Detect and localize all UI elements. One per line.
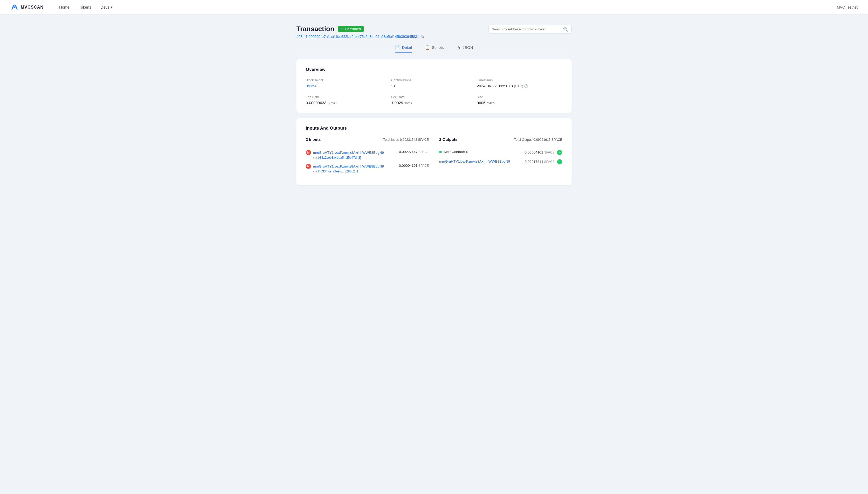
confirmations-value: 21 — [391, 83, 477, 88]
block-height-item: BlockHeight 95154 — [306, 78, 391, 88]
brand-name: MVCSCAN — [21, 5, 44, 10]
block-height-value[interactable]: 95154 — [306, 83, 391, 88]
confirmations-item: Confirmations 21 — [391, 78, 477, 88]
confirmed-badge: ✓ Confirmed — [338, 26, 364, 32]
page-title: Transaction — [296, 25, 334, 33]
search-icon: 🔍 — [563, 27, 568, 32]
copy-icon[interactable]: ⧉ — [421, 35, 423, 39]
outputs-column: 2 Outputs Total Output: 0.09221915 SPACE… — [439, 137, 562, 177]
network-label: MVC Testnet — [837, 5, 857, 10]
timestamp-item: Timestamp 2024-06-22 09:51:18 (UTC) 🕐 — [477, 78, 562, 88]
inputs-column: 2 Inputs Total Input: 0.09231548 SPACE M… — [306, 137, 429, 177]
meta-dot-icon — [439, 151, 442, 153]
scripts-icon: 📋 — [425, 45, 430, 50]
input-address-link-0[interactable]: mmGruHTY1ivexPzmvjz8AxrhhWWE8BbgN9 — [313, 151, 384, 154]
fee-paid-label: Fee Paid — [306, 95, 391, 99]
clock-icon: 🕐 — [524, 84, 528, 88]
input-item-0: M mmGruHTY1ivexPzmvjz8AxrhhWWE8BbgN9 via… — [306, 150, 429, 159]
overview-card: Overview BlockHeight 95154 Confirmations… — [296, 59, 572, 113]
input-icon-0: M — [306, 150, 311, 155]
fee-paid-item: Fee Paid 0.00009633 SPACE — [306, 95, 391, 105]
output-meta-section-0: MetaContract-NFT — [439, 150, 473, 154]
io-title: Inputs And Outputs — [306, 126, 562, 131]
output-arrow-icon-0: → — [557, 150, 562, 155]
nav-links: Home Tokens Devs ▾ — [59, 5, 837, 10]
overview-title: Overview — [306, 67, 562, 72]
json-icon: 🖨 — [457, 45, 461, 50]
brand-logo[interactable]: MVCSCAN — [11, 3, 44, 12]
size-item: Size 9605 bytes — [477, 95, 562, 105]
output-address-link-1[interactable]: mmGruHTY1ivexPzmvjz8AxrhhWWE8BbgN9 — [439, 159, 510, 164]
input-item-1: M mmGruHTY1ivexPzmvjz8AxrhhWWE8BbgN9 via… — [306, 164, 429, 173]
input-address-row-1: M mmGruHTY1ivexPzmvjz8AxrhhWWE8BbgN9 — [306, 164, 384, 169]
input-amount-1: 0.00004101 SPACE — [399, 164, 429, 168]
navbar: MVCSCAN Home Tokens Devs ▾ MVC Testnet — [0, 0, 868, 15]
input-via-link-0[interactable]: b8312ceb8a4baa5...25b47d [2] — [318, 156, 361, 159]
chevron-down-icon: ▾ — [111, 5, 113, 10]
block-height-label: BlockHeight — [306, 78, 391, 82]
inputs-header: 2 Inputs Total Input: 0.09231548 SPACE — [306, 137, 429, 146]
input-address-link-1[interactable]: mmGruHTY1ivexPzmvjz8AxrhhWWE8BbgN9 — [313, 165, 384, 168]
output-arrow-icon-1: → — [557, 159, 562, 165]
search-bar: 🔍 — [489, 25, 572, 34]
output-item-0: MetaContract-NFT 0.00004101 SPACE → — [439, 150, 562, 155]
timestamp-label: Timestamp — [477, 78, 562, 82]
search-button[interactable]: 🔍 — [563, 27, 568, 32]
io-columns: 2 Inputs Total Input: 0.09231548 SPACE M… — [306, 137, 562, 177]
tab-json[interactable]: 🖨 JSON — [457, 45, 473, 53]
nav-home[interactable]: Home — [59, 5, 70, 10]
output-address-section-1: mmGruHTY1ivexPzmvjz8AxrhhWWE8BbgN9 — [439, 159, 510, 164]
output-amount-0: 0.00004101 SPACE → — [525, 150, 562, 155]
input-via-link-1[interactable]: f4d3347a479e9fc...8286d2 [1] — [318, 170, 359, 173]
tabs: 📄 Detail 📋 Scripts 🖨 JSON — [296, 45, 572, 53]
txid-link[interactable]: 468fe1f009562fb7a1ae16cb335c42fbaf75c5d8… — [296, 35, 419, 39]
outputs-total: Total Output: 0.09221915 SPACE — [514, 138, 562, 141]
outputs-header: 2 Outputs Total Output: 0.09221915 SPACE — [439, 137, 562, 146]
input-via-0: via b8312ceb8a4baa5...25b47d [2] — [306, 156, 384, 159]
detail-icon: 📄 — [395, 45, 400, 50]
logo-icon — [11, 3, 19, 12]
nav-devs[interactable]: Devs ▾ — [100, 5, 112, 10]
size-label: Size — [477, 95, 562, 99]
nav-tokens[interactable]: Tokens — [79, 5, 91, 10]
title-section: Transaction ✓ Confirmed 468fe1f009562fb7… — [296, 25, 423, 39]
txid-row: 468fe1f009562fb7a1ae16cb335c42fbaf75c5d8… — [296, 35, 423, 39]
input-address-row-0: M mmGruHTY1ivexPzmvjz8AxrhhWWE8BbgN9 — [306, 150, 384, 155]
fee-rate-item: Fee Rate 1.0029 sat/B — [391, 95, 477, 105]
fee-rate-value: 1.0029 sat/B — [391, 100, 477, 105]
inputs-count: 2 Inputs — [306, 137, 321, 141]
output-amount-1: 0.09217814 SPACE → — [525, 159, 562, 165]
input-address-section-1: M mmGruHTY1ivexPzmvjz8AxrhhWWE8BbgN9 via… — [306, 164, 384, 173]
outputs-count: 2 Outputs — [439, 137, 457, 141]
inputs-total: Total Input: 0.09231548 SPACE — [383, 138, 429, 141]
input-address-section-0: M mmGruHTY1ivexPzmvjz8AxrhhWWE8BbgN9 via… — [306, 150, 384, 159]
utc-label: (UTC) — [514, 84, 524, 88]
meta-contract-label: MetaContract-NFT — [444, 150, 473, 154]
tab-detail[interactable]: 📄 Detail — [395, 45, 412, 53]
size-value: 9605 bytes — [477, 100, 562, 105]
input-icon-1: M — [306, 164, 311, 169]
confirmations-label: Confirmations — [391, 78, 477, 82]
input-amount-0: 0.09227447 SPACE — [399, 150, 429, 154]
timestamp-value: 2024-06-22 09:51:18 (UTC) 🕐 — [477, 83, 562, 88]
page-header: Transaction ✓ Confirmed 468fe1f009562fb7… — [296, 25, 572, 39]
fee-rate-label: Fee Rate — [391, 95, 477, 99]
input-via-1: via f4d3347a479e9fc...8286d2 [1] — [306, 170, 384, 173]
fee-paid-value: 0.00009633 SPACE — [306, 100, 391, 105]
checkmark-icon: ✓ — [341, 27, 344, 31]
io-card: Inputs And Outputs 2 Inputs Total Input:… — [296, 118, 572, 185]
title-row: Transaction ✓ Confirmed — [296, 25, 423, 33]
tab-scripts[interactable]: 📋 Scripts — [425, 45, 444, 53]
meta-contract-row: MetaContract-NFT — [439, 150, 473, 154]
search-input[interactable] — [492, 27, 561, 31]
main-content: Transaction ✓ Confirmed 468fe1f009562fb7… — [291, 15, 577, 201]
output-item-1: mmGruHTY1ivexPzmvjz8AxrhhWWE8BbgN9 0.092… — [439, 159, 562, 165]
overview-grid: BlockHeight 95154 Confirmations 21 Times… — [306, 78, 562, 105]
